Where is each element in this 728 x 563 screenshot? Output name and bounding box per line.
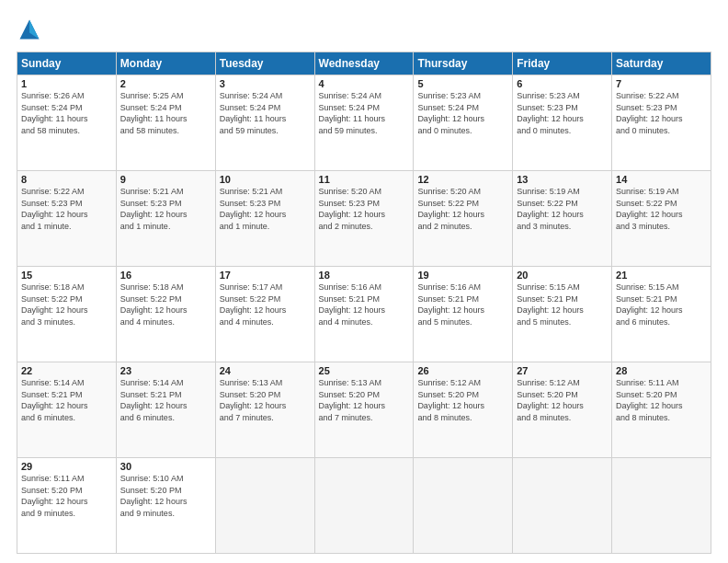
table-row: [414, 458, 513, 554]
logo-icon: [17, 17, 42, 42]
table-row: [314, 458, 414, 554]
col-sunday: Sunday: [17, 52, 117, 75]
table-row: 22Sunrise: 5:14 AM Sunset: 5:21 PM Dayli…: [17, 362, 117, 458]
day-number: 3: [220, 78, 311, 89]
day-number: 5: [417, 78, 508, 89]
day-info: Sunrise: 5:22 AM Sunset: 5:23 PM Dayligh…: [21, 186, 112, 232]
col-friday: Friday: [513, 52, 612, 75]
day-number: 28: [616, 365, 707, 376]
calendar-week-3: 15Sunrise: 5:18 AM Sunset: 5:22 PM Dayli…: [17, 267, 711, 362]
day-info: Sunrise: 5:13 AM Sunset: 5:20 PM Dayligh…: [319, 377, 410, 423]
day-number: 8: [21, 174, 112, 185]
day-info: Sunrise: 5:26 AM Sunset: 5:24 PM Dayligh…: [21, 90, 112, 136]
day-info: Sunrise: 5:12 AM Sunset: 5:20 PM Dayligh…: [417, 377, 508, 423]
table-row: 16Sunrise: 5:18 AM Sunset: 5:22 PM Dayli…: [116, 267, 215, 362]
day-number: 17: [220, 270, 311, 281]
day-info: Sunrise: 5:18 AM Sunset: 5:22 PM Dayligh…: [120, 282, 211, 327]
table-row: 3Sunrise: 5:24 AM Sunset: 5:24 PM Daylig…: [215, 75, 314, 171]
day-number: 21: [616, 270, 707, 281]
day-info: Sunrise: 5:20 AM Sunset: 5:22 PM Dayligh…: [417, 186, 508, 232]
table-row: 15Sunrise: 5:18 AM Sunset: 5:22 PM Dayli…: [17, 267, 117, 362]
col-wednesday: Wednesday: [314, 52, 414, 75]
calendar-table: Sunday Monday Tuesday Wednesday Thursday…: [17, 52, 711, 554]
table-row: 6Sunrise: 5:23 AM Sunset: 5:23 PM Daylig…: [513, 75, 612, 171]
day-info: Sunrise: 5:19 AM Sunset: 5:22 PM Dayligh…: [517, 186, 608, 232]
day-number: 2: [120, 78, 211, 89]
table-row: 4Sunrise: 5:24 AM Sunset: 5:24 PM Daylig…: [314, 75, 414, 171]
day-info: Sunrise: 5:11 AM Sunset: 5:20 PM Dayligh…: [616, 377, 707, 423]
day-info: Sunrise: 5:16 AM Sunset: 5:21 PM Dayligh…: [319, 282, 410, 327]
day-number: 24: [220, 365, 311, 376]
day-number: 11: [319, 174, 410, 185]
day-number: 16: [120, 270, 211, 281]
day-number: 6: [517, 78, 608, 89]
table-row: 2Sunrise: 5:25 AM Sunset: 5:24 PM Daylig…: [116, 75, 215, 171]
day-number: 7: [616, 78, 707, 89]
table-row: 25Sunrise: 5:13 AM Sunset: 5:20 PM Dayli…: [314, 362, 414, 458]
calendar-week-5: 29Sunrise: 5:11 AM Sunset: 5:20 PM Dayli…: [17, 458, 711, 554]
day-number: 27: [517, 365, 608, 376]
table-row: 27Sunrise: 5:12 AM Sunset: 5:20 PM Dayli…: [513, 362, 612, 458]
table-row: 28Sunrise: 5:11 AM Sunset: 5:20 PM Dayli…: [612, 362, 711, 458]
day-number: 29: [21, 461, 112, 472]
day-info: Sunrise: 5:24 AM Sunset: 5:24 PM Dayligh…: [220, 90, 311, 136]
calendar-week-2: 8Sunrise: 5:22 AM Sunset: 5:23 PM Daylig…: [17, 171, 711, 267]
table-row: 5Sunrise: 5:23 AM Sunset: 5:24 PM Daylig…: [414, 75, 513, 171]
table-row: 17Sunrise: 5:17 AM Sunset: 5:22 PM Dayli…: [215, 267, 314, 362]
day-info: Sunrise: 5:18 AM Sunset: 5:22 PM Dayligh…: [21, 282, 112, 327]
table-row: 1Sunrise: 5:26 AM Sunset: 5:24 PM Daylig…: [17, 75, 117, 171]
calendar-header-row: Sunday Monday Tuesday Wednesday Thursday…: [17, 52, 711, 75]
col-thursday: Thursday: [414, 52, 513, 75]
day-number: 18: [319, 270, 410, 281]
day-number: 10: [220, 174, 311, 185]
day-info: Sunrise: 5:12 AM Sunset: 5:20 PM Dayligh…: [517, 377, 608, 423]
table-row: 20Sunrise: 5:15 AM Sunset: 5:21 PM Dayli…: [513, 267, 612, 362]
day-info: Sunrise: 5:13 AM Sunset: 5:20 PM Dayligh…: [220, 377, 311, 423]
table-row: 10Sunrise: 5:21 AM Sunset: 5:23 PM Dayli…: [215, 171, 314, 267]
table-row: 14Sunrise: 5:19 AM Sunset: 5:22 PM Dayli…: [612, 171, 711, 267]
day-number: 12: [417, 174, 508, 185]
table-row: 19Sunrise: 5:16 AM Sunset: 5:21 PM Dayli…: [414, 267, 513, 362]
day-info: Sunrise: 5:23 AM Sunset: 5:23 PM Dayligh…: [517, 90, 608, 136]
table-row: 24Sunrise: 5:13 AM Sunset: 5:20 PM Dayli…: [215, 362, 314, 458]
table-row: 26Sunrise: 5:12 AM Sunset: 5:20 PM Dayli…: [414, 362, 513, 458]
day-number: 15: [21, 270, 112, 281]
day-info: Sunrise: 5:17 AM Sunset: 5:22 PM Dayligh…: [220, 282, 311, 327]
table-row: 7Sunrise: 5:22 AM Sunset: 5:23 PM Daylig…: [612, 75, 711, 171]
table-row: [215, 458, 314, 554]
table-row: 11Sunrise: 5:20 AM Sunset: 5:23 PM Dayli…: [314, 171, 414, 267]
day-number: 14: [616, 174, 707, 185]
day-info: Sunrise: 5:15 AM Sunset: 5:21 PM Dayligh…: [517, 282, 608, 327]
day-number: 19: [417, 270, 508, 281]
day-number: 22: [21, 365, 112, 376]
day-info: Sunrise: 5:25 AM Sunset: 5:24 PM Dayligh…: [120, 90, 211, 136]
table-row: 12Sunrise: 5:20 AM Sunset: 5:22 PM Dayli…: [414, 171, 513, 267]
day-info: Sunrise: 5:14 AM Sunset: 5:21 PM Dayligh…: [21, 377, 112, 423]
day-number: 30: [120, 461, 211, 472]
day-number: 20: [517, 270, 608, 281]
day-info: Sunrise: 5:21 AM Sunset: 5:23 PM Dayligh…: [120, 186, 211, 232]
day-info: Sunrise: 5:24 AM Sunset: 5:24 PM Dayligh…: [319, 90, 410, 136]
table-row: [513, 458, 612, 554]
day-number: 26: [417, 365, 508, 376]
day-info: Sunrise: 5:23 AM Sunset: 5:24 PM Dayligh…: [417, 90, 508, 136]
day-info: Sunrise: 5:20 AM Sunset: 5:23 PM Dayligh…: [319, 186, 410, 232]
col-tuesday: Tuesday: [215, 52, 314, 75]
day-info: Sunrise: 5:19 AM Sunset: 5:22 PM Dayligh…: [616, 186, 707, 232]
day-info: Sunrise: 5:16 AM Sunset: 5:21 PM Dayligh…: [417, 282, 508, 327]
col-monday: Monday: [116, 52, 215, 75]
day-info: Sunrise: 5:22 AM Sunset: 5:23 PM Dayligh…: [616, 90, 707, 136]
table-row: 21Sunrise: 5:15 AM Sunset: 5:21 PM Dayli…: [612, 267, 711, 362]
calendar-week-4: 22Sunrise: 5:14 AM Sunset: 5:21 PM Dayli…: [17, 362, 711, 458]
day-info: Sunrise: 5:21 AM Sunset: 5:23 PM Dayligh…: [220, 186, 311, 232]
day-number: 25: [319, 365, 410, 376]
table-row: 8Sunrise: 5:22 AM Sunset: 5:23 PM Daylig…: [17, 171, 117, 267]
table-row: [612, 458, 711, 554]
day-number: 9: [120, 174, 211, 185]
day-info: Sunrise: 5:14 AM Sunset: 5:21 PM Dayligh…: [120, 377, 211, 423]
table-row: 29Sunrise: 5:11 AM Sunset: 5:20 PM Dayli…: [17, 458, 117, 554]
day-info: Sunrise: 5:11 AM Sunset: 5:20 PM Dayligh…: [21, 473, 112, 519]
day-info: Sunrise: 5:10 AM Sunset: 5:20 PM Dayligh…: [120, 473, 211, 519]
day-info: Sunrise: 5:15 AM Sunset: 5:21 PM Dayligh…: [616, 282, 707, 327]
header: [17, 17, 711, 42]
